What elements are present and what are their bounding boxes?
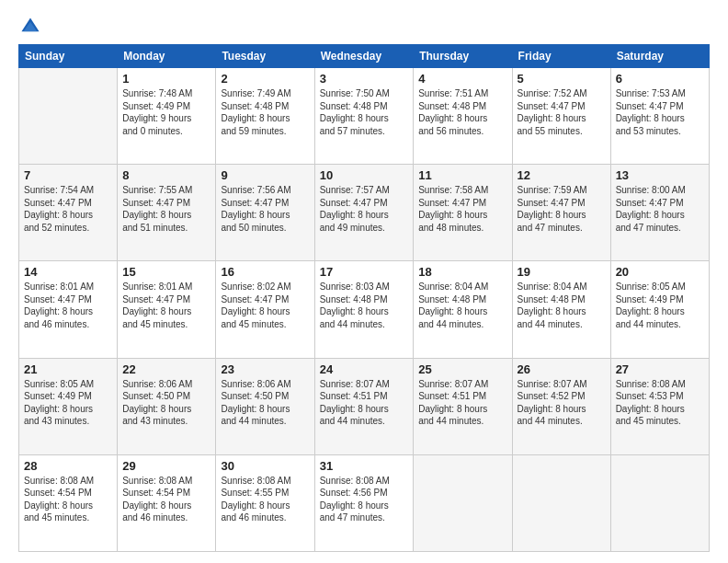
calendar-cell <box>512 454 610 551</box>
day-number: 7 <box>24 168 112 182</box>
cell-info: Sunrise: 7:50 AMSunset: 4:48 PMDaylight:… <box>320 87 409 137</box>
cell-info: Sunrise: 7:56 AMSunset: 4:47 PMDaylight:… <box>221 184 309 234</box>
page: SundayMondayTuesdayWednesdayThursdayFrid… <box>0 0 728 563</box>
calendar-week-row: 1Sunrise: 7:48 AMSunset: 4:49 PMDaylight… <box>19 68 710 165</box>
weekday-wednesday: Wednesday <box>314 45 414 68</box>
cell-info: Sunrise: 7:48 AMSunset: 4:49 PMDaylight:… <box>122 87 210 137</box>
day-number: 3 <box>320 72 409 86</box>
calendar-cell: 16Sunrise: 8:02 AMSunset: 4:47 PMDayligh… <box>216 261 314 358</box>
day-number: 20 <box>616 265 704 279</box>
calendar-cell: 28Sunrise: 8:08 AMSunset: 4:54 PMDayligh… <box>19 454 118 551</box>
calendar-cell: 12Sunrise: 7:59 AMSunset: 4:47 PMDayligh… <box>512 165 610 261</box>
cell-info: Sunrise: 7:59 AMSunset: 4:47 PMDaylight:… <box>518 184 606 234</box>
calendar-cell: 29Sunrise: 8:08 AMSunset: 4:54 PMDayligh… <box>118 454 216 551</box>
day-number: 14 <box>24 265 112 279</box>
day-number: 13 <box>616 168 704 182</box>
calendar-cell: 14Sunrise: 8:01 AMSunset: 4:47 PMDayligh… <box>19 261 118 358</box>
cell-info: Sunrise: 7:53 AMSunset: 4:47 PMDaylight:… <box>616 87 704 137</box>
calendar-cell: 2Sunrise: 7:49 AMSunset: 4:48 PMDaylight… <box>216 68 314 165</box>
calendar-cell: 13Sunrise: 8:00 AMSunset: 4:47 PMDayligh… <box>610 165 709 261</box>
calendar-cell: 22Sunrise: 8:06 AMSunset: 4:50 PMDayligh… <box>118 358 216 454</box>
weekday-thursday: Thursday <box>414 45 512 68</box>
calendar-week-row: 14Sunrise: 8:01 AMSunset: 4:47 PMDayligh… <box>19 261 710 358</box>
day-number: 21 <box>24 362 112 376</box>
calendar-cell: 10Sunrise: 7:57 AMSunset: 4:47 PMDayligh… <box>314 165 414 261</box>
weekday-friday: Friday <box>512 45 610 68</box>
cell-info: Sunrise: 8:05 AMSunset: 4:49 PMDaylight:… <box>616 281 704 330</box>
calendar-cell <box>610 454 709 551</box>
day-number: 24 <box>320 362 409 376</box>
calendar-cell: 6Sunrise: 7:53 AMSunset: 4:47 PMDaylight… <box>610 68 709 165</box>
calendar-week-row: 28Sunrise: 8:08 AMSunset: 4:54 PMDayligh… <box>19 454 710 551</box>
cell-info: Sunrise: 8:00 AMSunset: 4:47 PMDaylight:… <box>616 184 704 234</box>
calendar-cell: 5Sunrise: 7:52 AMSunset: 4:47 PMDaylight… <box>512 68 610 165</box>
day-number: 2 <box>221 72 309 86</box>
calendar-cell: 8Sunrise: 7:55 AMSunset: 4:47 PMDaylight… <box>118 165 216 261</box>
cell-info: Sunrise: 8:01 AMSunset: 4:47 PMDaylight:… <box>122 281 210 330</box>
calendar-week-row: 7Sunrise: 7:54 AMSunset: 4:47 PMDaylight… <box>19 165 710 261</box>
cell-info: Sunrise: 8:08 AMSunset: 4:54 PMDaylight:… <box>122 475 210 524</box>
calendar-cell: 23Sunrise: 8:06 AMSunset: 4:50 PMDayligh… <box>216 358 314 454</box>
cell-info: Sunrise: 7:58 AMSunset: 4:47 PMDaylight:… <box>418 184 506 234</box>
day-number: 12 <box>518 168 606 182</box>
day-number: 8 <box>122 168 210 182</box>
weekday-saturday: Saturday <box>610 45 709 68</box>
cell-info: Sunrise: 7:57 AMSunset: 4:47 PMDaylight:… <box>320 184 409 234</box>
day-number: 29 <box>122 459 210 473</box>
calendar-cell: 31Sunrise: 8:08 AMSunset: 4:56 PMDayligh… <box>314 454 414 551</box>
cell-info: Sunrise: 8:08 AMSunset: 4:54 PMDaylight:… <box>24 475 112 524</box>
calendar-cell: 25Sunrise: 8:07 AMSunset: 4:51 PMDayligh… <box>414 358 512 454</box>
calendar-cell: 20Sunrise: 8:05 AMSunset: 4:49 PMDayligh… <box>610 261 709 358</box>
calendar-cell: 9Sunrise: 7:56 AMSunset: 4:47 PMDaylight… <box>216 165 314 261</box>
calendar-table: SundayMondayTuesdayWednesdayThursdayFrid… <box>18 44 710 552</box>
calendar-cell: 19Sunrise: 8:04 AMSunset: 4:48 PMDayligh… <box>512 261 610 358</box>
calendar-week-row: 21Sunrise: 8:05 AMSunset: 4:49 PMDayligh… <box>19 358 710 454</box>
logo-icon <box>20 17 40 37</box>
calendar-cell: 11Sunrise: 7:58 AMSunset: 4:47 PMDayligh… <box>414 165 512 261</box>
calendar-cell <box>414 454 512 551</box>
cell-info: Sunrise: 8:06 AMSunset: 4:50 PMDaylight:… <box>122 378 210 428</box>
calendar-cell: 26Sunrise: 8:07 AMSunset: 4:52 PMDayligh… <box>512 358 610 454</box>
day-number: 9 <box>221 168 309 182</box>
day-number: 1 <box>122 72 210 86</box>
weekday-header-row: SundayMondayTuesdayWednesdayThursdayFrid… <box>19 45 710 68</box>
cell-info: Sunrise: 7:55 AMSunset: 4:47 PMDaylight:… <box>122 184 210 234</box>
cell-info: Sunrise: 8:07 AMSunset: 4:52 PMDaylight:… <box>518 378 606 428</box>
cell-info: Sunrise: 8:07 AMSunset: 4:51 PMDaylight:… <box>320 378 409 428</box>
cell-info: Sunrise: 8:08 AMSunset: 4:56 PMDaylight:… <box>320 475 409 524</box>
day-number: 27 <box>616 362 704 376</box>
weekday-tuesday: Tuesday <box>216 45 314 68</box>
weekday-monday: Monday <box>118 45 216 68</box>
calendar-cell <box>19 68 118 165</box>
calendar-cell: 7Sunrise: 7:54 AMSunset: 4:47 PMDaylight… <box>19 165 118 261</box>
cell-info: Sunrise: 8:02 AMSunset: 4:47 PMDaylight:… <box>221 281 309 330</box>
day-number: 5 <box>518 72 606 86</box>
day-number: 6 <box>616 72 704 86</box>
day-number: 26 <box>518 362 606 376</box>
day-number: 19 <box>518 265 606 279</box>
cell-info: Sunrise: 8:04 AMSunset: 4:48 PMDaylight:… <box>518 281 606 330</box>
day-number: 31 <box>320 459 409 473</box>
day-number: 11 <box>418 168 506 182</box>
day-number: 25 <box>418 362 506 376</box>
cell-info: Sunrise: 8:01 AMSunset: 4:47 PMDaylight:… <box>24 281 112 330</box>
cell-info: Sunrise: 8:04 AMSunset: 4:48 PMDaylight:… <box>418 281 506 330</box>
cell-info: Sunrise: 7:51 AMSunset: 4:48 PMDaylight:… <box>418 87 506 137</box>
calendar-cell: 17Sunrise: 8:03 AMSunset: 4:48 PMDayligh… <box>314 261 414 358</box>
cell-info: Sunrise: 8:03 AMSunset: 4:48 PMDaylight:… <box>320 281 409 330</box>
weekday-sunday: Sunday <box>19 45 118 68</box>
cell-info: Sunrise: 7:52 AMSunset: 4:47 PMDaylight:… <box>518 87 606 137</box>
calendar-cell: 4Sunrise: 7:51 AMSunset: 4:48 PMDaylight… <box>414 68 512 165</box>
cell-info: Sunrise: 8:05 AMSunset: 4:49 PMDaylight:… <box>24 378 112 428</box>
cell-info: Sunrise: 8:08 AMSunset: 4:55 PMDaylight:… <box>221 475 309 524</box>
day-number: 30 <box>221 459 309 473</box>
calendar-cell: 30Sunrise: 8:08 AMSunset: 4:55 PMDayligh… <box>216 454 314 551</box>
calendar-cell: 24Sunrise: 8:07 AMSunset: 4:51 PMDayligh… <box>314 358 414 454</box>
calendar-cell: 27Sunrise: 8:08 AMSunset: 4:53 PMDayligh… <box>610 358 709 454</box>
calendar-cell: 1Sunrise: 7:48 AMSunset: 4:49 PMDaylight… <box>118 68 216 165</box>
day-number: 17 <box>320 265 409 279</box>
calendar-cell: 15Sunrise: 8:01 AMSunset: 4:47 PMDayligh… <box>118 261 216 358</box>
day-number: 10 <box>320 168 409 182</box>
calendar-cell: 21Sunrise: 8:05 AMSunset: 4:49 PMDayligh… <box>19 358 118 454</box>
calendar-cell: 18Sunrise: 8:04 AMSunset: 4:48 PMDayligh… <box>414 261 512 358</box>
